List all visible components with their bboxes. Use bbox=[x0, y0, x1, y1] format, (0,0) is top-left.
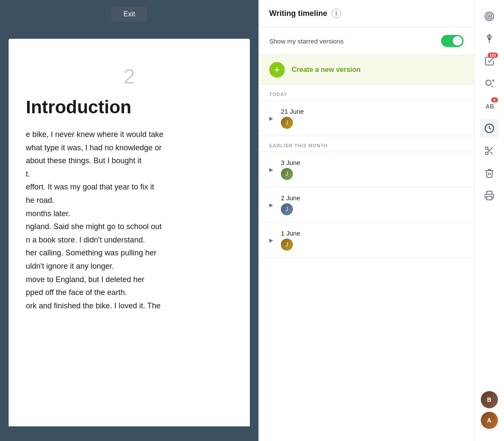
text-badge: 4 bbox=[491, 97, 498, 102]
checklist-badge: 122 bbox=[488, 53, 498, 58]
timeline-header: Writing timeline ℹ bbox=[259, 0, 474, 27]
create-version-row[interactable]: + Create a new version bbox=[259, 55, 474, 85]
svg-line-10 bbox=[488, 149, 489, 151]
version-entry-2-june[interactable]: ▶ 2 June J bbox=[259, 187, 474, 223]
scissors-icon[interactable] bbox=[480, 141, 499, 160]
version-date-3: 3 June bbox=[281, 159, 300, 166]
svg-point-7 bbox=[485, 152, 488, 155]
svg-point-6 bbox=[485, 147, 488, 149]
create-version-label: Create a new version bbox=[292, 66, 361, 74]
version-date-2: 2 June bbox=[281, 194, 300, 202]
target-icon[interactable] bbox=[480, 7, 499, 26]
version-info-3: 3 June J bbox=[281, 159, 300, 180]
version-entry-21-june[interactable]: ▶ 21 June J bbox=[259, 101, 474, 136]
document-body: e bike, I never knew where it would take… bbox=[26, 128, 233, 312]
avatar-2-june: J bbox=[281, 203, 293, 215]
version-entry-1-june[interactable]: ▶ 1 June J bbox=[259, 223, 474, 258]
document-heading: Introduction bbox=[26, 97, 233, 118]
avatar-1-june: J bbox=[281, 239, 293, 251]
svg-point-1 bbox=[487, 14, 492, 19]
user-avatar-1[interactable]: B bbox=[481, 391, 498, 408]
trash-icon[interactable] bbox=[480, 164, 499, 183]
timeline-panel: Writing timeline ℹ Show my starred versi… bbox=[258, 0, 474, 441]
avatar-3-june: J bbox=[281, 168, 293, 180]
play-icon-2: ▶ bbox=[269, 202, 273, 208]
starred-toggle[interactable] bbox=[441, 35, 464, 47]
clock-icon[interactable] bbox=[480, 119, 499, 138]
svg-text:AB: AB bbox=[485, 103, 494, 110]
play-icon-3: ▶ bbox=[269, 167, 273, 173]
play-icon-21: ▶ bbox=[269, 115, 273, 121]
version-entry-3-june[interactable]: ▶ 3 June J bbox=[259, 152, 474, 187]
page-number: 2 bbox=[26, 65, 233, 88]
print-icon[interactable] bbox=[480, 186, 499, 205]
document-page: 2 Introduction e bike, I never knew wher… bbox=[9, 39, 250, 426]
timeline-title: Writing timeline bbox=[269, 9, 327, 18]
sidebar-bottom-avatars: B A bbox=[481, 391, 498, 434]
version-date-21: 21 June bbox=[281, 108, 304, 115]
create-plus-icon: + bbox=[269, 62, 285, 78]
version-info-1: 1 June J bbox=[281, 230, 300, 251]
right-sidebar: 122 AB 4 bbox=[474, 0, 504, 441]
document-area: Exit 2 Introduction e bike, I never knew… bbox=[0, 0, 258, 441]
text-icon[interactable]: AB 4 bbox=[480, 96, 499, 115]
pin-icon[interactable] bbox=[480, 29, 499, 48]
search-refresh-icon[interactable] bbox=[480, 74, 499, 93]
earlier-section-header: EARLIER THIS MONTH bbox=[259, 136, 474, 152]
svg-point-2 bbox=[488, 16, 490, 17]
version-date-1: 1 June bbox=[281, 230, 300, 237]
user-avatar-1-face: B bbox=[481, 391, 498, 408]
svg-rect-11 bbox=[487, 196, 492, 200]
info-icon[interactable]: ℹ bbox=[332, 9, 341, 18]
user-avatar-2-face: A bbox=[481, 412, 498, 429]
version-info-2: 2 June J bbox=[281, 194, 300, 215]
starred-label: Show my starred versions bbox=[269, 37, 344, 45]
toggle-knob bbox=[453, 36, 462, 46]
starred-versions-row: Show my starred versions bbox=[259, 27, 474, 55]
today-section-header: TODAY bbox=[259, 85, 474, 101]
exit-button[interactable]: Exit bbox=[112, 7, 147, 22]
svg-line-9 bbox=[490, 152, 493, 154]
version-info-21: 21 June J bbox=[281, 108, 304, 129]
checklist-icon[interactable]: 122 bbox=[480, 52, 499, 71]
avatar-21: J bbox=[281, 117, 293, 129]
user-avatar-2[interactable]: A bbox=[481, 412, 498, 429]
play-icon-1: ▶ bbox=[269, 237, 273, 243]
